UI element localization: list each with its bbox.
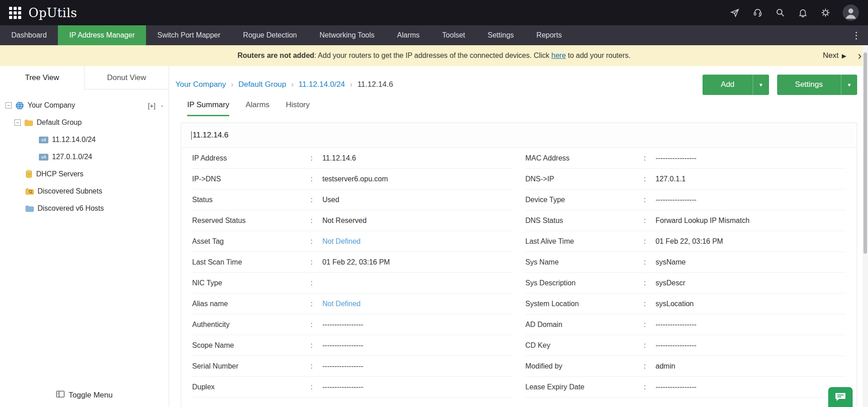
tree-item-label: Default Group <box>37 118 82 127</box>
detail-value: Not Reserved <box>322 217 367 225</box>
nav-item-alarms[interactable]: Alarms <box>386 25 431 45</box>
detail-label: Duplex <box>192 383 311 391</box>
tree-item-discovered-v6-hosts[interactable]: Discovered v6 Hosts <box>0 200 169 217</box>
detail-colon: : <box>311 383 322 391</box>
detail-value: Used <box>322 196 339 204</box>
row-modified-by: Modified by : admin <box>525 356 846 377</box>
nav-item-rogue-detection[interactable]: Rogue Detection <box>232 25 308 45</box>
detail-colon: : <box>311 196 322 204</box>
tab-ip-summary[interactable]: IP Summary <box>187 100 229 116</box>
notifications-icon[interactable] <box>797 7 808 18</box>
nav-item-reports[interactable]: Reports <box>525 25 573 45</box>
banner-next-label: Next <box>823 51 839 60</box>
detail-column-left: IP Address : 11.12.14.6 IP->DNS : testse… <box>186 148 519 407</box>
detail-value: ----------------- <box>322 362 363 370</box>
nav-item-dashboard[interactable]: Dashboard <box>0 25 58 45</box>
detail-colon: : <box>311 341 322 350</box>
nav-item-networking-tools[interactable]: Networking Tools <box>308 25 386 45</box>
collapse-box-icon[interactable]: − <box>14 119 21 126</box>
settings-gear-icon[interactable] <box>820 7 831 18</box>
sidebar: Tree View Donut View − Your Company [+] … <box>0 66 169 407</box>
banner-next-button[interactable]: Next ▶ <box>823 51 846 60</box>
topbar-left: OpUtils <box>9 6 77 20</box>
app-launcher-icon[interactable] <box>9 7 21 19</box>
tree-item-subnet-11-12-14-0[interactable]: v4 11.12.14.0/24 <box>0 131 169 148</box>
detail-colon: : <box>311 175 322 183</box>
tree-item-label: 127.0.1.0/24 <box>52 153 92 161</box>
tree-item-label: Discovered Subnets <box>38 187 102 195</box>
main-nav: Dashboard IP Address Manager Switch Port… <box>0 25 868 45</box>
detail-label: MAC Address <box>525 154 644 162</box>
alias-name-link[interactable]: Not Defined <box>322 300 361 308</box>
detail-label: Authenticity <box>192 321 311 329</box>
breadcrumb-your-company[interactable]: Your Company <box>175 80 226 89</box>
detail-colon: : <box>644 279 656 287</box>
detail-colon: : <box>644 258 656 266</box>
page-scrollbar <box>863 45 868 407</box>
nav-item-switch-port-mapper[interactable]: Switch Port Mapper <box>146 25 232 45</box>
row-dns-ip: DNS->IP : 127.0.1.1 <box>525 169 846 189</box>
tree-item-subnet-127-0-1-0[interactable]: v4 127.0.1.0/24 <box>0 148 169 166</box>
nav-item-toolset[interactable]: Toolset <box>431 25 476 45</box>
detail-value: sysLocation <box>656 300 694 308</box>
tree-item-dhcp-servers[interactable]: DHCP Servers <box>0 166 169 183</box>
detail-value: ----------------- <box>656 383 697 391</box>
tab-tree-view[interactable]: Tree View <box>0 66 84 90</box>
detail-label: AD Domain <box>525 321 644 329</box>
send-icon[interactable] <box>730 7 741 18</box>
detail-colon: : <box>644 217 656 225</box>
detail-colon: : <box>644 300 656 308</box>
search-icon[interactable] <box>775 7 786 18</box>
collapse-box-icon[interactable]: − <box>5 102 12 109</box>
topbar: OpUtils <box>0 0 868 25</box>
banner-chevron-right-icon[interactable]: › <box>858 50 862 62</box>
clipped-row <box>525 398 846 407</box>
breadcrumb-default-group[interactable]: Default Group <box>238 80 286 89</box>
add-dropdown-caret[interactable]: ▾ <box>753 75 769 95</box>
support-icon[interactable] <box>752 7 763 18</box>
row-sys-name: Sys Name : sysName <box>525 252 846 273</box>
toggle-menu-button[interactable]: Toggle Menu <box>0 391 169 400</box>
ipv4-badge-icon: v4 <box>39 137 48 143</box>
breadcrumb-subnet[interactable]: 11.12.14.0/24 <box>298 80 345 89</box>
tree-item-your-company[interactable]: − Your Company [+] - <box>0 97 169 114</box>
breadcrumb-row: Your Company › Default Group › 11.12.14.… <box>175 74 857 95</box>
clipped-row <box>192 398 513 407</box>
detail-colon: : <box>644 175 656 183</box>
scrollbar-thumb[interactable] <box>863 52 867 254</box>
settings-split-button: Settings ▾ <box>777 75 857 95</box>
nav-item-ip-address-manager[interactable]: IP Address Manager <box>58 25 146 45</box>
text-caret <box>191 131 192 140</box>
subnet-tree: − Your Company [+] - − Default Group v4 <box>0 90 169 217</box>
settings-button[interactable]: Settings <box>777 75 841 95</box>
tree-item-default-group[interactable]: − Default Group <box>0 114 169 131</box>
settings-dropdown-caret[interactable]: ▾ <box>841 75 857 95</box>
ip-title[interactable]: 11.12.14.6 <box>193 131 228 140</box>
tree-add-control[interactable]: [+] <box>148 102 156 109</box>
chevron-right-icon: › <box>350 80 352 89</box>
user-avatar[interactable] <box>843 5 859 21</box>
detail-value: ----------------- <box>322 341 363 350</box>
sidebar-view-tabs: Tree View Donut View <box>0 66 169 90</box>
asset-tag-link[interactable]: Not Defined <box>322 237 361 246</box>
nav-item-settings[interactable]: Settings <box>476 25 525 45</box>
feedback-chat-button[interactable] <box>828 387 853 407</box>
tab-history[interactable]: History <box>286 100 310 116</box>
tab-donut-view[interactable]: Donut View <box>84 66 169 90</box>
tree-collapse-control[interactable]: - <box>161 102 163 109</box>
folder-v6-icon <box>25 205 34 212</box>
add-split-button: Add ▾ <box>703 75 769 95</box>
banner-here-link[interactable]: here <box>552 52 566 59</box>
ipv4-badge-icon: v4 <box>39 154 48 161</box>
detail-label: IP->DNS <box>192 175 311 183</box>
globe-icon <box>15 101 24 110</box>
toggle-menu-icon <box>56 391 65 400</box>
add-button[interactable]: Add <box>703 75 752 95</box>
tree-item-discovered-subnets[interactable]: Discovered Subnets <box>0 183 169 200</box>
nav-overflow-menu-icon[interactable]: ⋮ <box>844 25 868 45</box>
detail-label: Serial Number <box>192 362 311 370</box>
detail-value: ----------------- <box>322 321 363 329</box>
detail-colon: : <box>311 154 322 162</box>
tab-alarms[interactable]: Alarms <box>245 100 269 116</box>
row-reserved-status: Reserved Status : Not Reserved <box>192 210 513 231</box>
